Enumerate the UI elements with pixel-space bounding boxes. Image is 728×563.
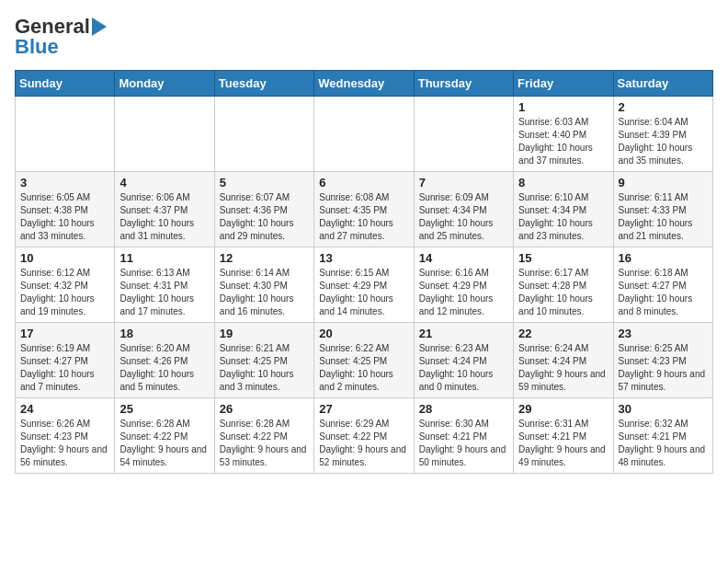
day-sun-info: Sunrise: 6:25 AM Sunset: 4:23 PM Dayligh…	[619, 342, 708, 394]
calendar-cell: 22Sunrise: 6:24 AM Sunset: 4:24 PM Dayli…	[514, 323, 613, 398]
day-sun-info: Sunrise: 6:23 AM Sunset: 4:24 PM Dayligh…	[419, 342, 508, 394]
day-number: 8	[518, 176, 608, 190]
calendar-week-row: 10Sunrise: 6:12 AM Sunset: 4:32 PM Dayli…	[16, 247, 713, 323]
day-sun-info: Sunrise: 6:11 AM Sunset: 4:33 PM Dayligh…	[619, 191, 708, 243]
day-number: 16	[619, 251, 708, 265]
calendar-header-row: SundayMondayTuesdayWednesdayThursdayFrid…	[16, 71, 713, 97]
day-number: 26	[220, 402, 309, 416]
calendar-cell: 5Sunrise: 6:07 AM Sunset: 4:36 PM Daylig…	[214, 172, 313, 247]
day-number: 20	[319, 327, 408, 340]
day-number: 13	[319, 251, 408, 265]
logo-arrow-icon	[92, 17, 107, 36]
day-sun-info: Sunrise: 6:09 AM Sunset: 4:34 PM Dayligh…	[419, 191, 508, 243]
calendar-cell	[414, 97, 513, 172]
logo: General Blue	[15, 15, 107, 59]
calendar-cell: 28Sunrise: 6:30 AM Sunset: 4:21 PM Dayli…	[414, 398, 513, 474]
day-number: 17	[20, 327, 109, 340]
calendar-cell: 26Sunrise: 6:28 AM Sunset: 4:22 PM Dayli…	[214, 398, 313, 474]
day-sun-info: Sunrise: 6:17 AM Sunset: 4:28 PM Dayligh…	[518, 267, 608, 318]
calendar-cell: 10Sunrise: 6:12 AM Sunset: 4:32 PM Dayli…	[16, 247, 115, 323]
calendar-cell	[214, 97, 313, 172]
day-number: 7	[419, 176, 508, 190]
day-number: 11	[119, 251, 209, 265]
day-sun-info: Sunrise: 6:13 AM Sunset: 4:31 PM Dayligh…	[119, 267, 209, 318]
calendar-cell: 20Sunrise: 6:22 AM Sunset: 4:25 PM Dayli…	[314, 323, 414, 398]
day-sun-info: Sunrise: 6:04 AM Sunset: 4:39 PM Dayligh…	[619, 116, 708, 167]
calendar-cell	[16, 97, 115, 172]
day-of-week-header: Saturday	[613, 71, 712, 97]
day-sun-info: Sunrise: 6:15 AM Sunset: 4:29 PM Dayligh…	[319, 267, 408, 318]
day-sun-info: Sunrise: 6:07 AM Sunset: 4:36 PM Dayligh…	[220, 191, 309, 243]
day-number: 24	[20, 402, 109, 416]
day-sun-info: Sunrise: 6:12 AM Sunset: 4:32 PM Dayligh…	[20, 267, 109, 318]
day-number: 21	[419, 327, 508, 340]
day-number: 25	[119, 402, 209, 416]
day-number: 19	[220, 327, 309, 340]
day-number: 5	[220, 176, 309, 190]
calendar-cell: 14Sunrise: 6:16 AM Sunset: 4:29 PM Dayli…	[414, 247, 513, 323]
calendar-cell	[314, 97, 414, 172]
calendar-week-row: 24Sunrise: 6:26 AM Sunset: 4:23 PM Dayli…	[16, 398, 713, 474]
calendar-cell: 1Sunrise: 6:03 AM Sunset: 4:40 PM Daylig…	[514, 97, 613, 172]
day-of-week-header: Wednesday	[314, 71, 414, 97]
day-sun-info: Sunrise: 6:06 AM Sunset: 4:37 PM Dayligh…	[119, 191, 209, 243]
day-number: 27	[319, 402, 408, 416]
day-number: 12	[220, 251, 309, 265]
day-number: 2	[619, 100, 708, 114]
calendar-cell: 15Sunrise: 6:17 AM Sunset: 4:28 PM Dayli…	[514, 247, 613, 323]
day-number: 1	[518, 100, 608, 114]
calendar-cell: 7Sunrise: 6:09 AM Sunset: 4:34 PM Daylig…	[414, 172, 513, 247]
day-of-week-header: Monday	[115, 71, 214, 97]
day-number: 6	[319, 176, 408, 190]
day-sun-info: Sunrise: 6:30 AM Sunset: 4:21 PM Dayligh…	[419, 418, 508, 469]
day-of-week-header: Tuesday	[214, 71, 313, 97]
page-header: General Blue	[15, 15, 713, 59]
day-sun-info: Sunrise: 6:08 AM Sunset: 4:35 PM Dayligh…	[319, 191, 408, 243]
day-sun-info: Sunrise: 6:22 AM Sunset: 4:25 PM Dayligh…	[319, 342, 408, 394]
calendar-cell: 13Sunrise: 6:15 AM Sunset: 4:29 PM Dayli…	[314, 247, 414, 323]
calendar-week-row: 17Sunrise: 6:19 AM Sunset: 4:27 PM Dayli…	[16, 323, 713, 398]
calendar-cell: 6Sunrise: 6:08 AM Sunset: 4:35 PM Daylig…	[314, 172, 414, 247]
day-number: 22	[518, 327, 608, 340]
calendar-cell: 17Sunrise: 6:19 AM Sunset: 4:27 PM Dayli…	[16, 323, 115, 398]
day-number: 18	[119, 327, 209, 340]
day-sun-info: Sunrise: 6:03 AM Sunset: 4:40 PM Dayligh…	[518, 116, 608, 167]
day-sun-info: Sunrise: 6:26 AM Sunset: 4:23 PM Dayligh…	[20, 418, 109, 469]
day-number: 10	[20, 251, 109, 265]
day-sun-info: Sunrise: 6:19 AM Sunset: 4:27 PM Dayligh…	[20, 342, 109, 394]
day-number: 3	[20, 176, 109, 190]
day-number: 23	[619, 327, 708, 340]
calendar-cell: 29Sunrise: 6:31 AM Sunset: 4:21 PM Dayli…	[514, 398, 613, 474]
day-number: 28	[419, 402, 508, 416]
calendar-week-row: 1Sunrise: 6:03 AM Sunset: 4:40 PM Daylig…	[16, 97, 713, 172]
calendar-cell: 21Sunrise: 6:23 AM Sunset: 4:24 PM Dayli…	[414, 323, 513, 398]
day-sun-info: Sunrise: 6:05 AM Sunset: 4:38 PM Dayligh…	[20, 191, 109, 243]
day-sun-info: Sunrise: 6:10 AM Sunset: 4:34 PM Dayligh…	[518, 191, 608, 243]
calendar-body: 1Sunrise: 6:03 AM Sunset: 4:40 PM Daylig…	[16, 97, 713, 474]
day-sun-info: Sunrise: 6:16 AM Sunset: 4:29 PM Dayligh…	[419, 267, 508, 318]
calendar-cell: 23Sunrise: 6:25 AM Sunset: 4:23 PM Dayli…	[613, 323, 712, 398]
calendar-cell: 4Sunrise: 6:06 AM Sunset: 4:37 PM Daylig…	[115, 172, 214, 247]
day-number: 14	[419, 251, 508, 265]
calendar-table: SundayMondayTuesdayWednesdayThursdayFrid…	[15, 70, 713, 474]
calendar-cell: 16Sunrise: 6:18 AM Sunset: 4:27 PM Dayli…	[613, 247, 712, 323]
calendar-cell: 11Sunrise: 6:13 AM Sunset: 4:31 PM Dayli…	[115, 247, 214, 323]
day-sun-info: Sunrise: 6:28 AM Sunset: 4:22 PM Dayligh…	[119, 418, 209, 469]
day-sun-info: Sunrise: 6:20 AM Sunset: 4:26 PM Dayligh…	[119, 342, 209, 394]
day-sun-info: Sunrise: 6:29 AM Sunset: 4:22 PM Dayligh…	[319, 418, 408, 469]
logo-text-blue: Blue	[15, 35, 59, 59]
day-sun-info: Sunrise: 6:21 AM Sunset: 4:25 PM Dayligh…	[220, 342, 309, 394]
day-sun-info: Sunrise: 6:31 AM Sunset: 4:21 PM Dayligh…	[518, 418, 608, 469]
day-number: 15	[518, 251, 608, 265]
calendar-cell: 9Sunrise: 6:11 AM Sunset: 4:33 PM Daylig…	[613, 172, 712, 247]
day-sun-info: Sunrise: 6:18 AM Sunset: 4:27 PM Dayligh…	[619, 267, 708, 318]
day-of-week-header: Sunday	[16, 71, 115, 97]
day-of-week-header: Friday	[514, 71, 613, 97]
day-of-week-header: Thursday	[414, 71, 513, 97]
day-number: 4	[119, 176, 209, 190]
calendar-cell: 19Sunrise: 6:21 AM Sunset: 4:25 PM Dayli…	[214, 323, 313, 398]
calendar-cell: 2Sunrise: 6:04 AM Sunset: 4:39 PM Daylig…	[613, 97, 712, 172]
day-number: 29	[518, 402, 608, 416]
day-number: 9	[619, 176, 708, 190]
day-sun-info: Sunrise: 6:14 AM Sunset: 4:30 PM Dayligh…	[220, 267, 309, 318]
